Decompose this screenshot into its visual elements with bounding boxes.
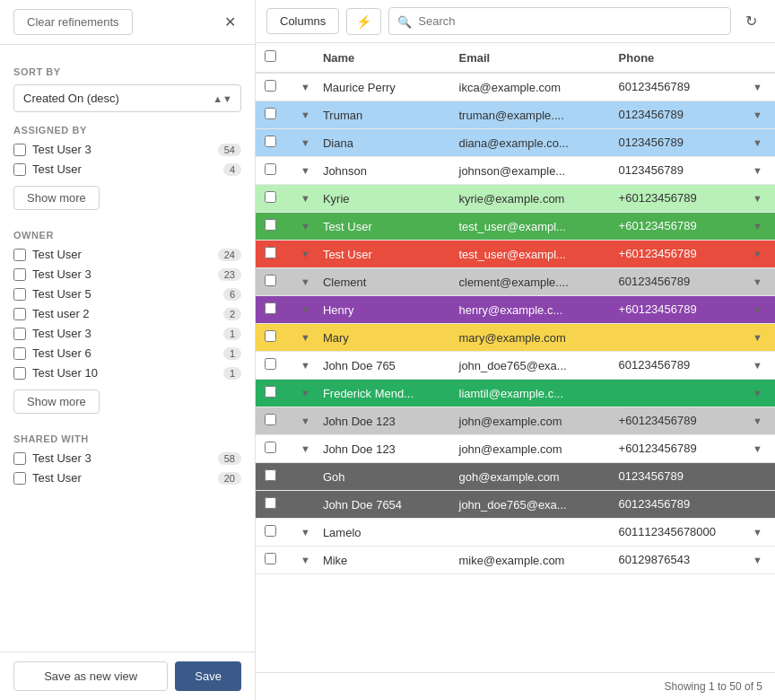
save-new-view-button[interactable]: Save as new view — [13, 661, 168, 691]
shared-with-checkbox-1[interactable] — [13, 472, 26, 485]
save-button[interactable]: Save — [175, 661, 241, 691]
owner-checkbox-1[interactable] — [13, 268, 26, 281]
assigned-by-show-more-button[interactable]: Show more — [13, 186, 100, 210]
row-action-button[interactable]: ▼ — [749, 191, 766, 206]
select-all-checkbox[interactable] — [265, 50, 276, 62]
row-expand-cell[interactable]: ▼ — [288, 380, 314, 407]
row-checkbox[interactable] — [265, 386, 276, 398]
row-expand-cell[interactable]: ▼ — [288, 519, 314, 547]
row-action-button[interactable]: ▼ — [749, 219, 766, 233]
row-expand-cell[interactable]: ▼ — [288, 101, 314, 129]
row-expand-cell[interactable]: ▼ — [288, 241, 314, 268]
row-expand-button[interactable]: ▼ — [297, 247, 314, 261]
owner-checkbox-2[interactable] — [13, 288, 26, 301]
row-expand-cell[interactable]: ▼ — [288, 73, 314, 101]
row-expand-cell[interactable]: ▼ — [288, 213, 314, 241]
row-action-button[interactable]: ▼ — [749, 302, 766, 317]
row-expand-button[interactable]: ▼ — [297, 497, 314, 512]
row-action-button[interactable]: ▼ — [749, 275, 766, 289]
row-action-button[interactable]: ▼ — [749, 330, 766, 345]
row-action-button[interactable]: ▼ — [749, 247, 766, 261]
row-expand-cell[interactable]: ▼ — [288, 463, 314, 491]
row-checkbox[interactable] — [265, 80, 276, 92]
row-expand-button[interactable]: ▼ — [297, 136, 314, 150]
row-checkbox[interactable] — [265, 302, 276, 314]
row-action-button[interactable]: ▼ — [749, 469, 766, 484]
owner-show-more-button[interactable]: Show more — [13, 389, 100, 414]
row-action-button[interactable]: ▼ — [749, 80, 766, 94]
row-expand-button[interactable]: ▼ — [297, 469, 314, 484]
row-expand-cell[interactable]: ▼ — [288, 324, 314, 352]
row-expand-button[interactable]: ▼ — [297, 414, 314, 428]
row-action-button[interactable]: ▼ — [749, 497, 766, 512]
row-expand-button[interactable]: ▼ — [297, 358, 314, 372]
filter-button[interactable]: ⚡ — [346, 8, 381, 35]
row-expand-button[interactable]: ▼ — [297, 80, 314, 94]
row-expand-button[interactable]: ▼ — [297, 219, 314, 233]
row-expand-button[interactable]: ▼ — [297, 553, 314, 567]
row-expand-cell[interactable]: ▼ — [288, 435, 314, 463]
owner-checkbox-3[interactable] — [13, 308, 26, 320]
row-checkbox[interactable] — [265, 330, 276, 342]
row-checkbox[interactable] — [265, 442, 276, 453]
row-expand-button[interactable]: ▼ — [297, 302, 314, 317]
row-expand-button[interactable]: ▼ — [297, 386, 314, 400]
row-checkbox[interactable] — [265, 191, 276, 203]
assigned-by-checkbox-0[interactable] — [13, 144, 26, 156]
owner-item-4: Test User 3 1 — [13, 327, 241, 340]
row-expand-cell[interactable]: ▼ — [288, 129, 314, 157]
row-name: Test User — [314, 241, 450, 268]
row-checkbox[interactable] — [265, 136, 276, 147]
columns-button[interactable]: Columns — [266, 8, 339, 34]
row-checkbox[interactable] — [265, 469, 276, 481]
sort-select[interactable]: Created On (desc) Created On (asc) Name … — [13, 84, 241, 112]
row-expand-cell[interactable]: ▼ — [288, 491, 314, 519]
row-action-button[interactable]: ▼ — [749, 553, 766, 567]
row-checkbox[interactable] — [265, 247, 276, 258]
row-action-button[interactable]: ▼ — [749, 358, 766, 372]
row-expand-button[interactable]: ▼ — [297, 275, 314, 289]
row-checkbox[interactable] — [265, 275, 276, 286]
search-input[interactable] — [388, 7, 731, 35]
row-checkbox[interactable] — [265, 108, 276, 119]
owner-checkbox-5[interactable] — [13, 347, 26, 360]
owner-checkbox-0[interactable] — [13, 249, 26, 261]
clear-refinements-button[interactable]: Clear refinements — [13, 9, 133, 35]
row-action-button[interactable]: ▼ — [749, 414, 766, 428]
row-expand-button[interactable]: ▼ — [297, 191, 314, 206]
row-phone: 60123456789▼ — [610, 73, 775, 101]
row-checkbox[interactable] — [265, 497, 276, 509]
row-expand-cell[interactable]: ▼ — [288, 407, 314, 435]
row-action-button[interactable]: ▼ — [749, 136, 766, 150]
row-action-button[interactable]: ▼ — [749, 525, 766, 539]
owner-checkbox-4[interactable] — [13, 328, 26, 340]
row-expand-cell[interactable]: ▼ — [288, 352, 314, 380]
row-action-button[interactable]: ▼ — [749, 442, 766, 456]
close-panel-button[interactable]: ✕ — [219, 12, 241, 32]
row-expand-button[interactable]: ▼ — [297, 163, 314, 178]
row-phone: +60123456789▼ — [610, 185, 775, 213]
row-expand-button[interactable]: ▼ — [297, 442, 314, 456]
row-checkbox[interactable] — [265, 414, 276, 425]
row-expand-button[interactable]: ▼ — [297, 108, 314, 122]
row-expand-cell[interactable]: ▼ — [288, 268, 314, 296]
row-email: mike@example.com — [450, 547, 610, 574]
row-expand-cell[interactable]: ▼ — [288, 185, 314, 213]
row-expand-button[interactable]: ▼ — [297, 330, 314, 345]
row-checkbox[interactable] — [265, 525, 276, 537]
row-expand-cell[interactable]: ▼ — [288, 296, 314, 324]
row-action-button[interactable]: ▼ — [749, 108, 766, 122]
row-expand-cell[interactable]: ▼ — [288, 157, 314, 185]
row-action-button[interactable]: ▼ — [749, 386, 766, 400]
row-expand-cell[interactable]: ▼ — [288, 547, 314, 574]
refresh-button[interactable]: ↻ — [738, 7, 764, 35]
shared-with-checkbox-0[interactable] — [13, 452, 26, 465]
row-action-button[interactable]: ▼ — [749, 163, 766, 178]
row-checkbox[interactable] — [265, 553, 276, 564]
row-checkbox[interactable] — [265, 163, 276, 175]
row-checkbox[interactable] — [265, 358, 276, 370]
row-expand-button[interactable]: ▼ — [297, 525, 314, 539]
assigned-by-checkbox-1[interactable] — [13, 163, 26, 176]
owner-checkbox-6[interactable] — [13, 367, 26, 380]
row-checkbox[interactable] — [265, 219, 276, 231]
